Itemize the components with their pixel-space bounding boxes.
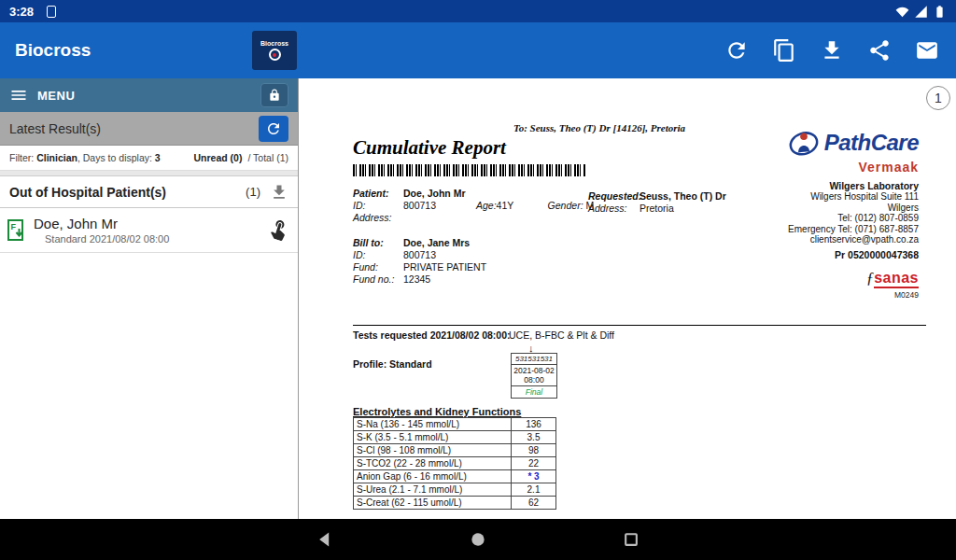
results-section-title: Electrolytes and Kidney Functions [353,406,521,417]
result-value: 2.1 [512,483,556,497]
lab-name: Wilgers Laboratory [787,180,919,191]
filter-days-value: 3 [155,152,161,163]
result-test-name: S-TCO2 (22 - 28 mmol/L) [354,457,512,470]
unread-count: Unread (0) [193,152,242,163]
sanas-accreditation: M0249 [866,290,919,300]
section-out-of-hospital[interactable]: Out of Hospital Patient(s) (1) [0,176,298,208]
sidebar: MENU Latest Result(s) Filter: Clinician … [0,78,299,519]
requested-block: Requested:Seuss, Theo (T) Dr Address:Pre… [588,190,756,215]
result-row: S-Na (136 - 145 mmol/L) 136 [354,418,556,431]
result-row: S-TCO2 (22 - 28 mmol/L) 22 [354,457,556,470]
latest-results-header: Latest Result(s) [0,112,298,146]
refresh-icon [265,120,282,137]
app-bar-actions [723,36,941,64]
result-value: 136 [512,418,556,431]
lab-address-line: Wilgers Hospital Suite 111 [787,191,919,203]
download-icon[interactable] [270,183,288,202]
section-count: (1) [246,185,260,199]
app-title: Biocross [15,40,91,61]
result-value: 3.5 [512,431,556,444]
result-test-name: S-Cl (98 - 108 mmol/L) [354,444,512,457]
latest-results-title: Latest Result(s) [9,121,101,136]
result-row: S-Creat (62 - 115 umol/L) 62 [354,497,556,510]
tests-requested-value: UCE, B-FBC & Plt & Diff [509,329,614,341]
sanas-logo: ƒ sanas M0249 [866,269,919,300]
share-button[interactable] [865,36,893,64]
status-bar: 3:28 [0,0,956,22]
lab-practice-number: Pr 0520000047368 [787,249,919,260]
result-test-name: S-Na (136 - 145 mmol/L) [354,418,512,431]
patient-name: Doe, John Mr [34,216,169,231]
filter-clinician: Clinician [36,152,77,163]
report-page: To: Seuss, Theo (T) Dr [14126], Pretoria… [299,78,956,519]
lab-address-line: clientservice@vpath.co.za [787,234,919,245]
hand-pointer-icon [268,217,290,244]
bill-id-label: ID: [353,249,403,261]
requested-label: Requested: [588,190,640,203]
pathcare-wordmark: PathCare [824,130,919,156]
fund-label: Fund: [353,261,403,273]
sanas-mark-icon: ƒ [866,269,875,287]
tests-requested-label: Tests requested 2021/08/02 08:00: [353,329,509,341]
app-bar: Biocross Biocross [0,22,956,78]
filter-row[interactable]: Filter: Clinician , Days to display: 3 U… [0,146,298,171]
menu-label: MENU [37,89,75,103]
filter-days-label: , Days to display: [77,152,152,163]
result-row: S-Cl (98 - 108 mmol/L) 98 [354,444,556,457]
mail-button[interactable] [913,36,941,64]
screen: 3:28 Biocross Biocross [0,0,956,560]
back-button[interactable] [314,528,336,551]
menu-bar[interactable]: MENU [0,78,298,112]
final-result-icon: F [7,219,26,241]
result-test-name: Anion Gap (6 - 16 mmol/L) [354,470,512,483]
tests-divider [353,325,926,326]
barcode [353,164,586,176]
android-nav-bar [0,519,956,560]
id-label: ID: [353,200,403,212]
recents-icon [622,530,640,549]
pages-button[interactable] [770,36,798,64]
pathcare-emblem-icon [787,127,821,159]
lab-address-lines: Wilgers Hospital Suite 111WilgersTel: (0… [787,191,919,245]
lab-address-line: Emergency Tel: (071) 687-8857 [787,224,919,235]
result-row: Anion Gap (6 - 16 mmol/L) * 3 [354,470,556,483]
home-button[interactable] [467,528,489,551]
requested-value: Seuss, Theo (T) Dr [640,190,726,202]
mail-icon [915,38,939,63]
result-test-name: S-K (3.5 - 5.1 mmol/L) [354,431,512,444]
patient-detail: Standard 2021/08/02 08:00 [45,233,169,245]
report-header-left: Cumulative Report Patient:Doe, John Mr I… [353,136,591,286]
filter-label: Filter: [9,152,34,163]
bill-id-value: 800713 [403,249,436,260]
results-refresh-button[interactable] [259,116,288,142]
signal-icon [914,5,928,19]
patient-label: Patient: [353,188,403,200]
result-value: 22 [512,457,556,470]
patient-value: Doe, John Mr [403,188,466,199]
total-count: / Total (1) [247,152,288,163]
result-test-name: S-Creat (62 - 115 umol/L) [354,497,512,510]
tests-requested-row: Tests requested 2021/08/02 08:00:UCE, B-… [353,329,614,341]
refresh-icon [724,38,749,63]
app-logo-text: Biocross [260,40,288,47]
lab-block: PathCare Vermaak Wilgers Laboratory Wilg… [787,127,919,300]
report-title: Cumulative Report [353,136,591,160]
sample-status: Final [511,385,557,399]
result-row: S-K (3.5 - 5.1 mmol/L) 3.5 [354,431,556,444]
lock-button[interactable] [260,83,288,107]
report-viewer[interactable]: 1 To: Seuss, Theo (T) Dr [14126], Pretor… [299,78,956,519]
fund-no-value: 12345 [403,273,430,285]
status-icons [895,5,947,19]
refresh-button[interactable] [723,36,751,64]
download-button[interactable] [818,36,846,64]
results-table: S-Na (136 - 145 mmol/L) 136 S-K (3.5 - 5… [353,417,556,510]
recents-button[interactable] [620,528,642,551]
patient-info-block: Patient:Doe, John Mr ID:800713Age:41YGen… [353,188,591,286]
app-logo: Biocross [252,31,297,70]
age-label: Age: [476,200,497,211]
fund-value: PRIVATE PATIENT [403,261,486,273]
app-logo-emblem-icon [269,49,281,61]
results-table-body: S-Na (136 - 145 mmol/L) 136 S-K (3.5 - 5… [354,418,556,510]
patient-list-item[interactable]: F Doe, John Mr Standard 2021/08/02 08:00 [0,208,298,253]
sample-time: 08:00 [512,375,556,385]
